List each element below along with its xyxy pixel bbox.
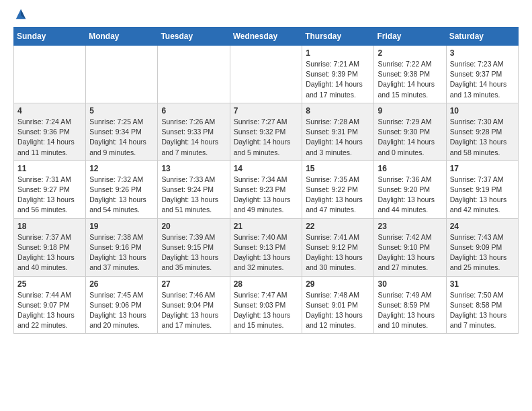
day-number: 24 (450, 222, 515, 231)
week-row: 11Sunrise: 7:31 AMSunset: 9:27 PMDayligh… (14, 161, 519, 218)
week-row: 25Sunrise: 7:44 AMSunset: 9:07 PMDayligh… (14, 276, 519, 334)
calendar-cell: 15Sunrise: 7:35 AMSunset: 9:22 PMDayligh… (302, 161, 374, 218)
calendar-cell: 8Sunrise: 7:28 AMSunset: 9:31 PMDaylight… (302, 103, 374, 161)
day-number: 8 (306, 106, 370, 116)
day-number: 10 (450, 106, 515, 116)
day-info: Sunrise: 7:45 AMSunset: 9:06 PMDaylight:… (89, 290, 154, 331)
calendar-cell: 16Sunrise: 7:36 AMSunset: 9:20 PMDayligh… (374, 161, 446, 218)
calendar-cell: 27Sunrise: 7:46 AMSunset: 9:04 PMDayligh… (158, 276, 230, 334)
week-row: 1Sunrise: 7:21 AMSunset: 9:39 PMDaylight… (14, 46, 519, 103)
day-number: 26 (89, 279, 154, 289)
calendar-cell: 13Sunrise: 7:33 AMSunset: 9:24 PMDayligh… (158, 161, 230, 218)
calendar-cell: 29Sunrise: 7:48 AMSunset: 9:01 PMDayligh… (302, 276, 374, 334)
day-info: Sunrise: 7:32 AMSunset: 9:26 PMDaylight:… (89, 175, 154, 216)
day-number: 20 (161, 222, 226, 231)
day-number: 27 (161, 279, 226, 289)
calendar-header-row: SundayMondayTuesdayWednesdayThursdayFrid… (14, 28, 519, 46)
calendar-cell (86, 46, 158, 103)
day-of-week-header: Sunday (14, 28, 86, 46)
calendar-cell: 3Sunrise: 7:23 AMSunset: 9:37 PMDaylight… (446, 46, 518, 103)
calendar-cell: 6Sunrise: 7:26 AMSunset: 9:33 PMDaylight… (158, 103, 230, 161)
day-info: Sunrise: 7:29 AMSunset: 9:30 PMDaylight:… (378, 117, 442, 158)
calendar-cell: 2Sunrise: 7:22 AMSunset: 9:38 PMDaylight… (374, 46, 446, 103)
day-of-week-header: Tuesday (158, 28, 230, 46)
day-info: Sunrise: 7:28 AMSunset: 9:31 PMDaylight:… (306, 117, 370, 158)
calendar-cell: 18Sunrise: 7:37 AMSunset: 9:18 PMDayligh… (14, 218, 86, 276)
calendar-cell: 14Sunrise: 7:34 AMSunset: 9:23 PMDayligh… (230, 161, 302, 218)
day-number: 3 (450, 48, 515, 58)
day-info: Sunrise: 7:44 AMSunset: 9:07 PMDaylight:… (17, 290, 82, 331)
calendar-cell: 1Sunrise: 7:21 AMSunset: 9:39 PMDaylight… (302, 46, 374, 103)
day-number: 9 (378, 106, 442, 116)
week-row: 4Sunrise: 7:24 AMSunset: 9:36 PMDaylight… (14, 103, 519, 161)
day-info: Sunrise: 7:27 AMSunset: 9:32 PMDaylight:… (234, 117, 299, 158)
calendar-cell: 5Sunrise: 7:25 AMSunset: 9:34 PMDaylight… (86, 103, 158, 161)
day-info: Sunrise: 7:42 AMSunset: 9:10 PMDaylight:… (378, 232, 442, 273)
calendar-cell: 17Sunrise: 7:37 AMSunset: 9:19 PMDayligh… (446, 161, 518, 218)
day-number: 6 (161, 106, 226, 116)
day-number: 1 (306, 48, 370, 58)
day-info: Sunrise: 7:36 AMSunset: 9:20 PMDaylight:… (378, 175, 442, 216)
day-info: Sunrise: 7:31 AMSunset: 9:27 PMDaylight:… (17, 175, 82, 216)
day-number: 22 (306, 222, 370, 231)
day-number: 13 (161, 164, 226, 173)
logo (13, 13, 27, 20)
calendar-cell: 23Sunrise: 7:42 AMSunset: 9:10 PMDayligh… (374, 218, 446, 276)
day-info: Sunrise: 7:41 AMSunset: 9:12 PMDaylight:… (306, 232, 370, 273)
day-number: 28 (234, 279, 299, 289)
day-info: Sunrise: 7:21 AMSunset: 9:39 PMDaylight:… (306, 59, 370, 100)
day-info: Sunrise: 7:49 AMSunset: 8:59 PMDaylight:… (378, 290, 442, 331)
logo-icon (15, 8, 27, 20)
calendar-cell (14, 46, 86, 103)
day-number: 14 (234, 164, 299, 173)
day-number: 25 (17, 279, 82, 289)
day-info: Sunrise: 7:34 AMSunset: 9:23 PMDaylight:… (234, 175, 299, 216)
day-number: 18 (17, 222, 82, 231)
day-of-week-header: Wednesday (230, 28, 302, 46)
calendar-cell: 26Sunrise: 7:45 AMSunset: 9:06 PMDayligh… (86, 276, 158, 334)
calendar-cell: 31Sunrise: 7:50 AMSunset: 8:58 PMDayligh… (446, 276, 518, 334)
calendar-cell: 12Sunrise: 7:32 AMSunset: 9:26 PMDayligh… (86, 161, 158, 218)
day-info: Sunrise: 7:47 AMSunset: 9:03 PMDaylight:… (234, 290, 299, 331)
day-of-week-header: Monday (86, 28, 158, 46)
day-number: 21 (234, 222, 299, 231)
calendar-cell: 19Sunrise: 7:38 AMSunset: 9:16 PMDayligh… (86, 218, 158, 276)
day-info: Sunrise: 7:26 AMSunset: 9:33 PMDaylight:… (161, 117, 226, 158)
day-info: Sunrise: 7:50 AMSunset: 8:58 PMDaylight:… (450, 290, 515, 331)
calendar-cell: 28Sunrise: 7:47 AMSunset: 9:03 PMDayligh… (230, 276, 302, 334)
calendar-cell: 10Sunrise: 7:30 AMSunset: 9:28 PMDayligh… (446, 103, 518, 161)
day-number: 2 (378, 48, 442, 58)
day-info: Sunrise: 7:33 AMSunset: 9:24 PMDaylight:… (161, 175, 226, 216)
day-number: 5 (89, 106, 154, 116)
day-number: 29 (306, 279, 370, 289)
calendar-cell (158, 46, 230, 103)
day-info: Sunrise: 7:22 AMSunset: 9:38 PMDaylight:… (378, 59, 442, 100)
calendar-cell: 7Sunrise: 7:27 AMSunset: 9:32 PMDaylight… (230, 103, 302, 161)
calendar-cell: 25Sunrise: 7:44 AMSunset: 9:07 PMDayligh… (14, 276, 86, 334)
day-info: Sunrise: 7:37 AMSunset: 9:18 PMDaylight:… (17, 232, 82, 273)
day-info: Sunrise: 7:37 AMSunset: 9:19 PMDaylight:… (450, 175, 515, 216)
day-info: Sunrise: 7:46 AMSunset: 9:04 PMDaylight:… (161, 290, 226, 331)
day-info: Sunrise: 7:30 AMSunset: 9:28 PMDaylight:… (450, 117, 515, 158)
day-number: 17 (450, 164, 515, 173)
day-number: 4 (17, 106, 82, 116)
day-of-week-header: Saturday (446, 28, 518, 46)
day-of-week-header: Thursday (302, 28, 374, 46)
calendar-table: SundayMondayTuesdayWednesdayThursdayFrid… (13, 27, 519, 334)
day-number: 23 (378, 222, 442, 231)
day-info: Sunrise: 7:43 AMSunset: 9:09 PMDaylight:… (450, 232, 515, 273)
calendar-cell: 20Sunrise: 7:39 AMSunset: 9:15 PMDayligh… (158, 218, 230, 276)
day-info: Sunrise: 7:39 AMSunset: 9:15 PMDaylight:… (161, 232, 226, 273)
calendar-cell: 22Sunrise: 7:41 AMSunset: 9:12 PMDayligh… (302, 218, 374, 276)
day-number: 31 (450, 279, 515, 289)
calendar-cell: 4Sunrise: 7:24 AMSunset: 9:36 PMDaylight… (14, 103, 86, 161)
day-info: Sunrise: 7:23 AMSunset: 9:37 PMDaylight:… (450, 59, 515, 100)
day-info: Sunrise: 7:38 AMSunset: 9:16 PMDaylight:… (89, 232, 154, 273)
week-row: 18Sunrise: 7:37 AMSunset: 9:18 PMDayligh… (14, 218, 519, 276)
day-number: 30 (378, 279, 442, 289)
day-info: Sunrise: 7:35 AMSunset: 9:22 PMDaylight:… (306, 175, 370, 216)
day-info: Sunrise: 7:40 AMSunset: 9:13 PMDaylight:… (234, 232, 299, 273)
day-number: 15 (306, 164, 370, 173)
calendar-cell: 9Sunrise: 7:29 AMSunset: 9:30 PMDaylight… (374, 103, 446, 161)
day-number: 16 (378, 164, 442, 173)
